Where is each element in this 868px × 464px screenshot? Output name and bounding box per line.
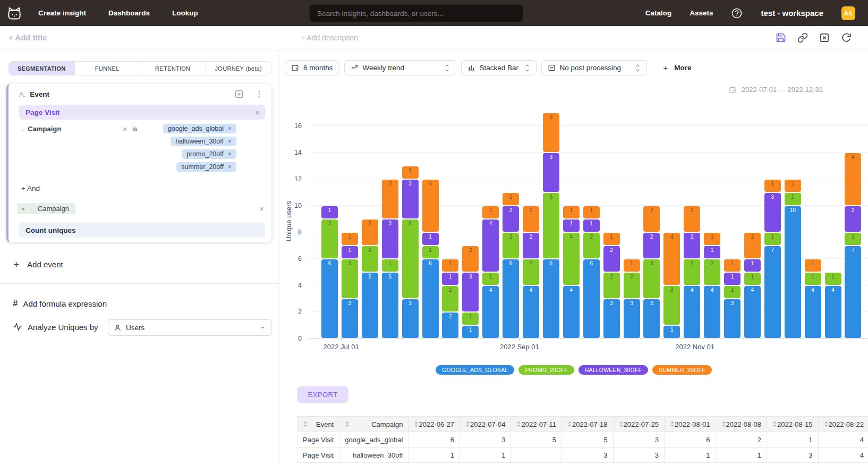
filter-value-tag[interactable]: google_ads_global×: [163, 124, 236, 133]
bar-segment[interactable]: 3: [543, 153, 559, 192]
bar-segment[interactable]: 2: [603, 246, 620, 272]
bar-segment[interactable]: 1: [382, 259, 398, 272]
sort-icon[interactable]: [824, 421, 829, 427]
bar-segment[interactable]: 3: [342, 259, 358, 298]
bar-segment[interactable]: 3: [643, 259, 660, 298]
bar-segment[interactable]: 6: [321, 259, 338, 338]
filter-property-name[interactable]: Campaign: [28, 125, 61, 133]
bar-segment[interactable]: 4: [805, 286, 821, 338]
global-search-input[interactable]: [309, 4, 523, 22]
column-header[interactable]: 2022-06-27: [409, 417, 460, 432]
bar-segment[interactable]: 2: [523, 206, 539, 232]
breakdown-property-tag[interactable]: × · Campaign: [17, 203, 75, 214]
sort-icon[interactable]: [345, 421, 350, 427]
filter-value-tag[interactable]: summer_20off×: [176, 162, 236, 172]
share-link-icon[interactable]: [797, 32, 808, 43]
bar-segment[interactable]: 2: [684, 259, 700, 285]
remove-event-icon[interactable]: ×: [255, 108, 260, 117]
user-avatar[interactable]: AA: [841, 6, 855, 20]
bar-segment[interactable]: 1: [442, 259, 458, 272]
nav-catalog[interactable]: Catalog: [645, 9, 672, 17]
workspace-name[interactable]: test - workspace: [761, 9, 823, 18]
bar-segment[interactable]: 4: [684, 286, 700, 338]
refresh-icon[interactable]: [841, 32, 852, 43]
bar-segment[interactable]: 3: [402, 180, 419, 218]
bar-segment[interactable]: 2: [603, 273, 620, 298]
bar-segment[interactable]: 2: [744, 233, 761, 258]
bar-segment[interactable]: 5: [543, 193, 559, 258]
bar-segment[interactable]: 1: [563, 220, 580, 232]
bar-segment[interactable]: 2: [684, 233, 700, 258]
bar-segment[interactable]: 4: [845, 153, 861, 205]
duplicate-segment-icon[interactable]: [234, 89, 244, 99]
bar-segment[interactable]: 1: [764, 233, 781, 245]
bar-segment[interactable]: 1: [724, 273, 741, 285]
bar-segment[interactable]: 1: [744, 259, 761, 272]
bar-segment[interactable]: 4: [482, 220, 499, 272]
bar-segment[interactable]: 3: [462, 273, 479, 311]
bar-segment[interactable]: 2: [462, 246, 479, 272]
bar-segment[interactable]: 3: [764, 193, 781, 232]
nav-assets[interactable]: Assets: [690, 9, 713, 17]
column-header[interactable]: Event: [297, 417, 339, 432]
bar-segment[interactable]: 2: [704, 259, 720, 285]
bar-segment[interactable]: 4: [523, 286, 539, 338]
bar-segment[interactable]: 7: [845, 246, 861, 338]
save-icon[interactable]: [776, 32, 786, 43]
export-button[interactable]: EXPORT: [297, 386, 348, 403]
help-icon[interactable]: [731, 7, 743, 19]
bar-segment[interactable]: 2: [583, 233, 600, 258]
bar-segment[interactable]: 2: [362, 246, 378, 272]
nav-lookup[interactable]: Lookup: [172, 9, 198, 17]
app-logo-cat-icon[interactable]: [6, 5, 22, 21]
bar-segment[interactable]: 1: [503, 193, 519, 205]
bar-segment[interactable]: 3: [543, 113, 559, 152]
bar-segment[interactable]: 6: [543, 259, 559, 338]
add-event-button[interactable]: + Add event: [13, 259, 63, 269]
filter-operator[interactable]: is: [132, 125, 137, 133]
remove-value-icon[interactable]: ×: [228, 125, 232, 132]
remove-value-icon[interactable]: ×: [228, 150, 232, 158]
add-title-button[interactable]: + Add title: [8, 33, 47, 42]
legend-item[interactable]: HALLOWEEN_30OFF: [578, 365, 648, 375]
bar-segment[interactable]: 3: [402, 299, 419, 338]
sort-icon[interactable]: [721, 421, 726, 427]
add-formula-button[interactable]: # Add formula expression: [13, 298, 107, 309]
bar-segment[interactable]: 2: [362, 220, 378, 245]
bar-segment[interactable]: 2: [523, 259, 539, 285]
bar-segment[interactable]: 1: [704, 246, 720, 258]
bar-segment[interactable]: 6: [402, 220, 419, 298]
aggregation-selector[interactable]: Count uniques: [19, 223, 265, 238]
nav-create-insight[interactable]: Create insight: [38, 9, 86, 17]
bar-segment[interactable]: 1: [785, 193, 801, 205]
remove-value-icon[interactable]: ×: [228, 163, 232, 171]
tab-journey[interactable]: JOURNEY (beta): [206, 62, 271, 75]
event-selector[interactable]: Page Visit ×: [19, 105, 265, 120]
bar-segment[interactable]: 1: [624, 259, 640, 272]
sort-icon[interactable]: [516, 421, 521, 427]
bar-segment[interactable]: 2: [503, 233, 519, 258]
bar-segment[interactable]: 1: [724, 286, 741, 298]
bar-segment[interactable]: 4: [563, 233, 580, 285]
bar-segment[interactable]: 1: [583, 206, 600, 218]
remove-filter-icon[interactable]: ×: [123, 125, 127, 133]
analyze-by-select[interactable]: Users: [108, 319, 271, 336]
bar-segment[interactable]: 1: [563, 206, 580, 218]
bar-segment[interactable]: 1: [422, 233, 439, 245]
column-header[interactable]: 2022-07-11: [511, 417, 562, 432]
bar-segment[interactable]: 3: [382, 220, 398, 258]
bar-segment[interactable]: 2: [624, 273, 640, 298]
bar-segment[interactable]: 1: [724, 259, 741, 272]
bar-segment[interactable]: 3: [624, 299, 640, 338]
bar-segment[interactable]: 1: [462, 326, 479, 338]
column-header[interactable]: 2022-08-01: [665, 417, 716, 432]
bar-segment[interactable]: 4: [663, 233, 680, 285]
column-header[interactable]: 2022-08-22: [818, 417, 868, 432]
column-header[interactable]: 2022-07-25: [613, 417, 665, 432]
bar-segment[interactable]: 4: [563, 286, 580, 338]
remove-value-icon[interactable]: ×: [228, 138, 232, 145]
bar-segment[interactable]: 2: [503, 206, 519, 232]
nav-dashboards[interactable]: Dashboards: [108, 9, 150, 17]
more-options-button[interactable]: + More: [663, 63, 692, 72]
bar-segment[interactable]: 1: [321, 206, 338, 218]
